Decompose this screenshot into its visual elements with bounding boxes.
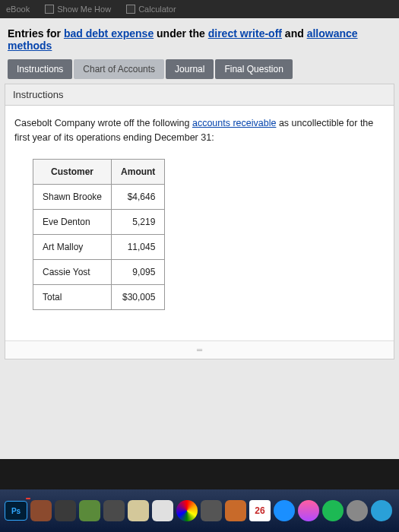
mac-dock: Ps 26 [0,489,399,532]
resize-handle-icon[interactable]: ═ [5,340,394,359]
tab-journal[interactable]: Journal [166,59,214,79]
panel-body: Casebolt Company wrote off the following… [5,106,394,340]
table-row: Eve Denton 5,219 [33,209,165,234]
dock-item-appstore[interactable] [274,500,295,521]
text-part1: Casebolt Company wrote off the following [14,118,192,128]
title-mid: under the [154,27,208,40]
link-accounts-receivable[interactable]: accounts receivable [192,118,276,128]
dock-item-app[interactable] [371,500,392,521]
dock-item-app[interactable] [128,500,149,521]
calculator-button[interactable]: Calculator [126,5,176,14]
cell-customer: Art Malloy [33,234,112,259]
writeoff-table: Customer Amount Shawn Brooke $4,646 Eve … [33,159,165,310]
notification-badge [26,498,30,499]
link-direct-writeoff[interactable]: direct write-off [208,27,282,40]
panel-header: Instructions [5,84,394,106]
tab-final-question[interactable]: Final Question [215,59,292,79]
table-header-row: Customer Amount [33,159,165,184]
instructions-panel: Instructions Casebolt Company wrote off … [5,84,394,359]
title-mid2: and [282,27,307,40]
cell-amount: $30,005 [112,284,165,309]
dock-item-app[interactable] [201,500,222,521]
cell-amount: $4,646 [112,184,165,209]
header-customer: Customer [33,159,112,184]
page-title: Entries for bad debt expense under the d… [3,24,396,59]
table-row: Cassie Yost 9,095 [33,259,165,284]
tab-instructions[interactable]: Instructions [8,59,72,79]
cell-amount: 9,095 [112,259,165,284]
dock-item-app[interactable] [30,500,52,521]
photoshop-icon: Ps [5,501,27,521]
table-row: Art Malloy 11,045 [33,234,165,259]
table-row: Shawn Brooke $4,646 [33,184,165,209]
top-toolbar: eBook Show Me How Calculator [0,0,399,18]
dock-item-ibooks[interactable] [225,500,246,521]
cell-customer: Total [33,284,112,309]
header-amount: Amount [112,159,165,184]
ebook-button[interactable]: eBook [6,5,30,14]
dock-item-app[interactable] [79,500,100,521]
dock-item-photos[interactable] [176,500,198,521]
cell-amount: 5,219 [112,209,165,234]
table-row-total: Total $30,005 [33,284,165,309]
dock-item-app[interactable] [103,500,125,521]
content-area: Entries for bad debt expense under the d… [0,18,399,459]
title-prefix: Entries for [8,27,64,40]
show-me-how-button[interactable]: Show Me How [45,5,111,14]
show-me-how-label: Show Me How [57,5,111,14]
calculator-label: Calculator [138,5,176,14]
calendar-icon[interactable]: 26 [249,500,271,521]
dock-item-itunes[interactable] [298,500,319,521]
cell-customer: Eve Denton [33,209,112,234]
tab-bar: Instructions Chart of Accounts Journal F… [3,59,396,84]
dock-item-photoshop[interactable]: Ps [5,501,27,521]
instructions-text: Casebolt Company wrote off the following… [14,116,385,145]
link-bad-debt[interactable]: bad debt expense [64,27,154,40]
calculator-icon [126,5,135,14]
dock-item-app[interactable] [152,500,173,521]
ebook-label: eBook [6,5,30,14]
dock-item-spotify[interactable] [322,500,344,521]
cell-customer: Shawn Brooke [33,184,112,209]
dock-item-settings[interactable] [347,500,368,521]
dock-item-app[interactable] [55,500,76,521]
tab-chart-of-accounts[interactable]: Chart of Accounts [74,59,164,79]
show-me-how-icon [45,5,54,14]
cell-customer: Cassie Yost [33,259,112,284]
cell-amount: 11,045 [112,234,165,259]
